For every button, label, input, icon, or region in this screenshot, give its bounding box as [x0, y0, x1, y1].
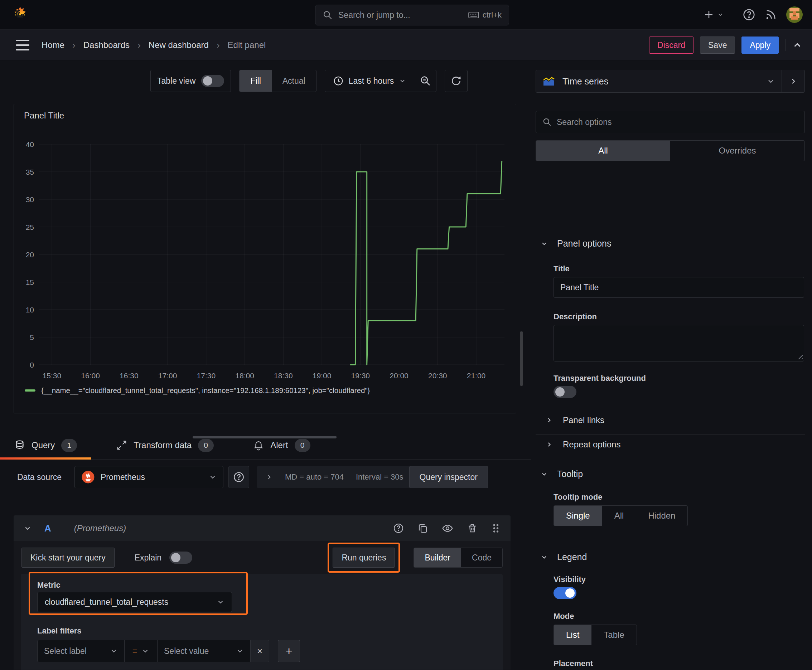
- select-value-placeholder: Select value: [164, 646, 229, 656]
- svg-text:20:00: 20:00: [390, 372, 409, 380]
- panel-links-section[interactable]: Panel links: [546, 415, 604, 425]
- panel-title-input[interactable]: [554, 277, 804, 298]
- hide-query-icon[interactable]: [442, 523, 453, 534]
- tab-query[interactable]: Query 1: [0, 431, 91, 459]
- run-queries-button[interactable]: Run queries: [332, 548, 395, 568]
- viz-select[interactable]: Time series: [536, 70, 781, 92]
- timeseries-panel[interactable]: 051015202530354015:3016:0016:3017:0017:3…: [14, 104, 516, 413]
- tab-overrides[interactable]: Overrides: [670, 140, 805, 161]
- delete-query-icon[interactable]: [467, 523, 478, 534]
- label-filters-row: Select label = Select value × +: [37, 640, 300, 662]
- editor-tabs: Query 1 Transform data 0: [0, 431, 531, 460]
- grafana-app: ctrl+k: [0, 0, 812, 670]
- query-ref-id[interactable]: A: [44, 523, 51, 534]
- options-search-input[interactable]: [557, 117, 798, 127]
- clock-icon: [333, 76, 344, 86]
- global-search[interactable]: ctrl+k: [315, 5, 509, 25]
- collapse-up-icon[interactable]: [792, 40, 803, 51]
- breadcrumb-new-dashboard[interactable]: New dashboard: [149, 40, 209, 50]
- legend-list-option[interactable]: List: [554, 625, 592, 645]
- scrollbar-thumb[interactable]: [520, 332, 523, 386]
- zoom-out-button[interactable]: [414, 70, 436, 91]
- grafana-logo-icon[interactable]: [12, 6, 29, 23]
- tooltip-section[interactable]: Tooltip: [541, 469, 583, 479]
- query-options-summary[interactable]: MD = auto = 704 Interval = 30s: [257, 466, 412, 488]
- tab-all-options[interactable]: All: [536, 140, 670, 161]
- transparent-bg-toggle[interactable]: [554, 386, 576, 398]
- time-range-value: Last 6 hours: [349, 76, 394, 86]
- divider: [536, 435, 805, 435]
- query-row-header[interactable]: A (Prometheus): [14, 515, 510, 541]
- table-view-toggle[interactable]: [201, 75, 224, 87]
- metric-select[interactable]: cloudflared_tunnel_total_requests: [37, 592, 232, 612]
- actual-option[interactable]: Actual: [272, 70, 316, 91]
- select-value-dropdown[interactable]: Select value: [158, 640, 251, 662]
- legend-heading: Legend: [557, 552, 587, 562]
- operator-dropdown[interactable]: =: [125, 640, 158, 662]
- code-option[interactable]: Code: [461, 548, 502, 567]
- datasource-help-button[interactable]: [229, 466, 249, 488]
- viz-name: Time series: [563, 76, 759, 86]
- select-label-dropdown[interactable]: Select label: [37, 640, 125, 662]
- discard-button[interactable]: Discard: [649, 37, 693, 54]
- legend-table-option[interactable]: Table: [592, 625, 636, 645]
- panel-description-textarea[interactable]: [554, 325, 804, 362]
- svg-text:15:30: 15:30: [42, 372, 61, 380]
- timeseries-viz-icon: [542, 76, 555, 87]
- svg-text:19:00: 19:00: [312, 372, 332, 380]
- table-view-label: Table view: [157, 76, 195, 86]
- tab-alert[interactable]: Alert 0: [239, 431, 324, 459]
- chevron-down-icon: [541, 554, 548, 561]
- add-menu-button[interactable]: [704, 9, 724, 20]
- panel-options-section[interactable]: Panel options: [541, 239, 612, 249]
- menu-toggle-button[interactable]: [16, 40, 29, 51]
- user-avatar[interactable]: [786, 7, 803, 23]
- divider: [733, 8, 733, 21]
- query-count-badge: 1: [61, 439, 77, 452]
- kickstart-button[interactable]: Kick start your query: [22, 548, 115, 568]
- svg-text:16:00: 16:00: [81, 372, 100, 380]
- series-name[interactable]: {__name__="cloudflared_tunnel_total_requ…: [41, 386, 370, 395]
- chart-legend[interactable]: {__name__="cloudflared_tunnel_total_requ…: [25, 386, 370, 395]
- repeat-options-heading: Repeat options: [563, 440, 620, 450]
- legend-section[interactable]: Legend: [541, 552, 587, 562]
- news-rss-icon[interactable]: [765, 8, 777, 21]
- tab-transform[interactable]: Transform data 0: [102, 431, 228, 459]
- transparent-bg-label: Transparent background: [554, 374, 646, 383]
- add-filter-button[interactable]: +: [278, 640, 300, 662]
- options-search[interactable]: [536, 111, 805, 133]
- repeat-options-section[interactable]: Repeat options: [546, 440, 620, 450]
- apply-button[interactable]: Apply: [741, 37, 779, 54]
- duplicate-query-icon[interactable]: [417, 523, 428, 534]
- title-field-label: Title: [554, 264, 570, 273]
- breadcrumb-home[interactable]: Home: [42, 40, 64, 50]
- transform-icon: [116, 440, 127, 451]
- collapse-query-icon[interactable]: [24, 524, 32, 532]
- refresh-button[interactable]: [445, 70, 468, 92]
- svg-text:5: 5: [30, 333, 34, 342]
- series-color-swatch[interactable]: [25, 389, 36, 392]
- tooltip-mode-label: Tooltip mode: [554, 492, 602, 502]
- legend-visibility-toggle[interactable]: [554, 587, 576, 599]
- breadcrumb-dashboards[interactable]: Dashboards: [83, 40, 130, 50]
- svg-text:21:00: 21:00: [467, 372, 486, 380]
- builder-option[interactable]: Builder: [414, 548, 461, 567]
- tooltip-hidden-option[interactable]: Hidden: [636, 506, 687, 526]
- query-help-icon[interactable]: [393, 523, 404, 534]
- time-range-picker[interactable]: Last 6 hours: [325, 70, 414, 91]
- help-icon[interactable]: [742, 8, 755, 21]
- chevron-right-icon: [546, 416, 553, 424]
- search-input[interactable]: [338, 10, 468, 20]
- datasource-picker[interactable]: Prometheus: [75, 466, 224, 488]
- breadcrumb-bar: Home › Dashboards › New dashboard › Edit…: [0, 30, 812, 61]
- save-button[interactable]: Save: [700, 37, 735, 54]
- tooltip-all-option[interactable]: All: [602, 506, 636, 526]
- tooltip-single-option[interactable]: Single: [554, 506, 602, 526]
- query-inspector-button[interactable]: Query inspector: [409, 466, 488, 488]
- fill-option[interactable]: Fill: [239, 70, 271, 91]
- collapse-options-button[interactable]: [781, 70, 805, 92]
- drag-grip-icon[interactable]: [491, 523, 500, 534]
- remove-filter-button[interactable]: ×: [251, 640, 269, 662]
- explain-toggle[interactable]: [170, 552, 192, 564]
- tab-transform-label: Transform data: [134, 440, 192, 450]
